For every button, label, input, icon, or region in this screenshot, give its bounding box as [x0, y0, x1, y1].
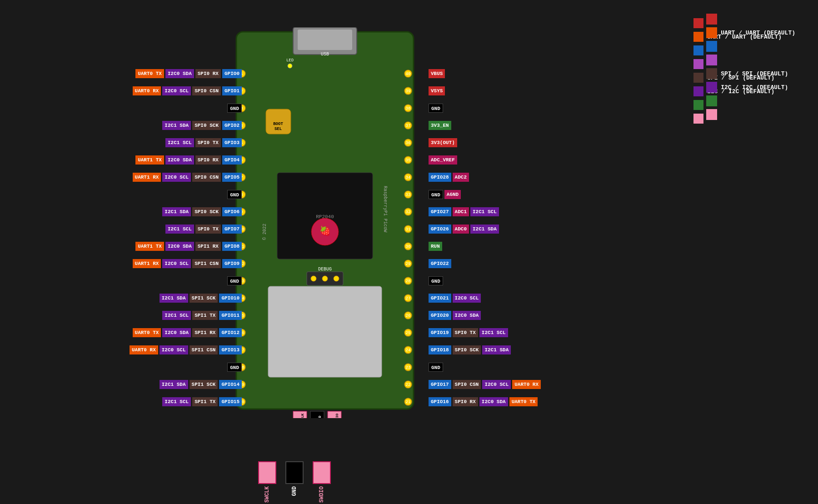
lbl-i2c0scl-p2: I2C0 SCL [162, 86, 191, 95]
legend-row-i2c2: I2C / I2C (DEFAULT) [706, 82, 795, 93]
svg-rect-18 [268, 286, 382, 377]
legend-swatch-gpio2 [706, 41, 717, 52]
pin-row-30-right: RUN [429, 242, 442, 251]
pin-row-23-right: GND [429, 363, 443, 372]
lbl-gnd-p38: GND [429, 104, 443, 113]
pin-row-9-left: I2C1 SDA SPI0 SCK GPIO6 [162, 207, 242, 216]
legend-swatch-uart2 [706, 27, 717, 38]
pin-row-25-right: GPIO19 SPI0 TX I2C1 SCL [429, 328, 508, 337]
lbl-spi0rx-p21: SPI0 RX [453, 397, 478, 406]
lbl-gpio4: GPIO4 [222, 155, 242, 165]
pin-row-3-left: GND [227, 104, 242, 113]
lbl-uart0tx-p1: UART0 TX [135, 69, 164, 78]
lbl-spi0sck-p4: SPI0 SCK [192, 121, 221, 130]
svg-text:38: 38 [406, 106, 411, 111]
legend-swatch-pwm [706, 55, 717, 65]
lbl-i2c0sda-p6: I2C0 SDA [165, 155, 194, 165]
pin-row-6-left: UART1 TX I2C0 SDA SPI0 RX GPIO4 [135, 155, 242, 165]
lbl-adc2: ADC2 [453, 173, 469, 182]
lbl-gnd-p3: GND [227, 104, 242, 113]
lbl-i2c1scl-p20: I2C1 SCL [162, 397, 191, 406]
lbl-gpio2: GPIO2 [222, 121, 242, 130]
svg-text:© 2022: © 2022 [262, 224, 267, 240]
legend-row-red [706, 14, 795, 25]
legend-swatch-pink2 [706, 109, 717, 120]
lbl-gpio16: GPIO16 [429, 397, 451, 406]
svg-text:SWDIO: SWDIO [335, 414, 339, 418]
lbl-uart1rx-p7: UART1 RX [133, 173, 161, 182]
svg-text:DEBUG: DEBUG [318, 267, 332, 272]
pin-row-34-right: GPIO28 ADC2 [429, 173, 469, 182]
legend-swatch-green [693, 100, 703, 110]
lbl-gpio12: GPIO12 [219, 328, 242, 337]
legend-text-spi2: SPI / SPI (DEFAULT) [721, 70, 788, 77]
pin-row-15-left: I2C1 SCL SPI1 TX GPIO11 [162, 311, 242, 320]
pin-row-39-right: VSYS [429, 86, 445, 95]
lbl-gpio14: GPIO14 [219, 380, 242, 389]
legend-swatch-pink [693, 114, 703, 124]
diagram-container: UART / UART (DEFAULT) SPI / SPI (DEFAULT… [0, 0, 818, 504]
pin-row-33-right: GND AGND [429, 190, 461, 199]
pin-row-1-left: UART0 TX I2C0 SDA SPI0 RX GPIO0 [135, 69, 242, 78]
lbl-gpio10: GPIO10 [219, 294, 242, 303]
svg-text:27: 27 [406, 296, 411, 301]
lbl-spi0tx-p10: SPI0 TX [195, 225, 221, 234]
lbl-uart0rx-p17: UART0 RX [130, 345, 158, 354]
lbl-adc1: ADC1 [453, 207, 469, 216]
pin-row-38-right: GND [429, 104, 443, 113]
lbl-gpio18: GPIO18 [429, 345, 451, 354]
svg-rect-101 [293, 411, 307, 418]
lbl-spi1rx-p16: SPI1 RX [192, 328, 218, 337]
svg-text:32: 32 [406, 210, 411, 215]
pin-row-37-right: 3V3_EN [429, 121, 451, 130]
lbl-gnd-p23: GND [429, 363, 443, 372]
lbl-gpio13: GPIO13 [219, 345, 242, 354]
lbl-run: RUN [429, 242, 442, 251]
svg-text:30: 30 [406, 245, 411, 249]
svg-point-16 [322, 276, 328, 281]
pin-row-27-right: GPIO21 I2C0 SCL [429, 294, 481, 303]
lbl-gpio28: GPIO28 [429, 173, 451, 182]
lbl-i2c1scl-p32: I2C1 SCL [470, 207, 499, 216]
pin-row-22-right: GPIO17 SPI0 CSN I2C0 SCL UART0 RX [429, 380, 541, 389]
lbl-i2c0scl-p22: I2C0 SCL [482, 380, 511, 389]
svg-text:24: 24 [406, 348, 411, 353]
pin-row-2-left: UART0 RX I2C0 SCL SPI0 CSN GPIO1 [133, 86, 242, 95]
legend-swatch-spi2 [706, 68, 717, 79]
lbl-spi0sck-p24: SPI0 SCK [453, 345, 481, 354]
svg-text:28: 28 [406, 279, 411, 284]
lbl-spi0rx-p1: SPI0 RX [195, 69, 221, 78]
lbl-adcvref: ADC_VREF [429, 155, 457, 165]
legend-swatch-spi [693, 73, 703, 83]
lbl-uart0rx-p22: UART0 RX [512, 380, 541, 389]
pin-row-21-right: GPIO16 SPI0 RX I2C0 SDA UART0 TX [429, 397, 538, 406]
legend-row-spi2: SPI / SPI (DEFAULT) [706, 68, 795, 79]
svg-point-15 [311, 276, 316, 281]
legend-swatch-blue [693, 45, 703, 55]
lbl-gnd-p8: GND [227, 190, 242, 199]
svg-text:33: 33 [406, 193, 411, 197]
svg-text:🍓: 🍓 [319, 225, 331, 237]
svg-rect-102 [310, 411, 324, 418]
pin-row-29-right: GPIO22 [429, 259, 451, 268]
lbl-gpio0: GPIO0 [222, 69, 242, 78]
debug-pads-labels: SWCLK GND SWDIO [258, 461, 331, 503]
lbl-gpio15: GPIO15 [219, 397, 242, 406]
lbl-gpio26: GPIO26 [429, 225, 451, 234]
lbl-i2c0sda-p21: I2C0 SDA [479, 397, 508, 406]
lbl-i2c1sda-p4: I2C1 SDA [162, 121, 191, 130]
svg-text:USB: USB [321, 52, 329, 57]
lbl-i2c0scl-p7: I2C0 SCL [162, 173, 191, 182]
legend-panel: UART / UART (DEFAULT) SPI / SPI (DEFAULT… [706, 14, 795, 120]
pin-row-40-right: VBUS [429, 69, 445, 78]
lbl-gpio22: GPIO22 [429, 259, 451, 268]
pin-row-5-left: I2C1 SCL SPI0 TX GPIO3 [165, 138, 242, 147]
svg-text:RaspberryPi PicoW: RaspberryPi PicoW [383, 186, 388, 232]
legend-row-pink2 [706, 109, 795, 120]
lbl-vsys: VSYS [429, 86, 445, 95]
svg-text:34: 34 [406, 175, 411, 180]
lbl-gnd-p13: GND [227, 276, 242, 285]
lbl-spi1csn-p12: SPI1 CSN [192, 259, 221, 268]
svg-text:37: 37 [406, 124, 411, 128]
pin-row-31-right: GPIO26 ADC0 I2C1 SDA [429, 225, 499, 234]
